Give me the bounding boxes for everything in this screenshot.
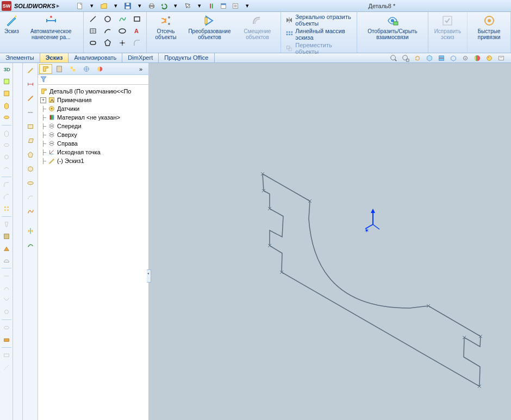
view-settings-icon[interactable]	[496, 54, 507, 62]
sketch-button[interactable]: Эскиз	[2, 13, 21, 41]
zoom-fit-icon[interactable]	[388, 54, 399, 62]
cut-extrude-icon[interactable]	[1, 128, 12, 139]
tree-material[interactable]: Материал <не указан>	[39, 113, 147, 122]
cut-revolve-icon[interactable]	[1, 140, 12, 151]
centerline-icon[interactable]	[24, 106, 36, 118]
plane-icon[interactable]	[1, 350, 12, 361]
convert-button[interactable]: Преобразование объектов	[183, 13, 236, 41]
point-tool[interactable]	[115, 37, 129, 49]
tree-plane-front[interactable]: Спереди	[39, 122, 147, 130]
text-tool[interactable]: A	[130, 25, 144, 37]
tree-tabs-more[interactable]: »	[134, 64, 147, 74]
move-button[interactable]: Переместить объекты	[283, 41, 354, 55]
properties-icon[interactable]	[230, 1, 241, 11]
sketch-pencil-icon[interactable]	[24, 64, 36, 76]
scene-icon[interactable]	[472, 54, 483, 62]
wrap-icon[interactable]	[1, 322, 12, 333]
mirror-entities-icon[interactable]	[24, 225, 36, 237]
rectangle-tool[interactable]	[130, 13, 144, 25]
tree-plane-right[interactable]: Справа	[39, 139, 147, 148]
slot-tool[interactable]	[86, 37, 100, 49]
undo-icon[interactable]	[158, 1, 169, 11]
rib-icon[interactable]	[1, 243, 12, 254]
curve2-icon[interactable]	[1, 283, 12, 293]
axis-icon[interactable]	[1, 362, 12, 373]
tree-tab-dimxpert[interactable]	[80, 64, 93, 74]
show-hide-relations-button[interactable]: Отобразить/Скрыть взаимосвязи	[359, 13, 425, 41]
tree-tab-config[interactable]	[66, 64, 79, 74]
isometric-icon[interactable]: 3D	[1, 64, 12, 75]
display-style-icon[interactable]	[448, 54, 459, 62]
save-icon[interactable]	[122, 1, 133, 11]
tree-sensors[interactable]: Датчики	[39, 104, 147, 113]
line-tool[interactable]	[86, 13, 100, 25]
line-icon[interactable]	[24, 92, 36, 104]
dome-icon[interactable]	[1, 255, 12, 266]
new-dropdown[interactable]: ▾	[86, 1, 97, 11]
tree-annotations[interactable]: + A Примечания	[39, 96, 147, 104]
appearance-icon[interactable]	[484, 54, 495, 62]
tab-dimxpert[interactable]: DimXpert	[122, 53, 159, 62]
tree-tab-feature[interactable]	[39, 64, 52, 74]
pattern-icon[interactable]	[1, 203, 12, 214]
spline-edit-icon[interactable]	[24, 239, 36, 251]
shell-icon[interactable]	[1, 231, 12, 242]
swept-cut-icon[interactable]	[1, 164, 12, 174]
polygon-icon[interactable]	[24, 149, 36, 161]
curve3-icon[interactable]	[1, 294, 12, 305]
trim-button[interactable]: Отсечь объекты	[149, 13, 183, 41]
properties-dropdown[interactable]: ▾	[242, 1, 253, 11]
top-view-icon[interactable]	[1, 88, 12, 99]
zoom-area-icon[interactable]	[400, 54, 411, 62]
open-dropdown[interactable]: ▾	[110, 1, 121, 11]
ellipse-icon[interactable]	[24, 177, 36, 189]
arc-icon[interactable]	[24, 191, 36, 203]
tab-sketch[interactable]: Эскиз	[40, 53, 69, 62]
print-icon[interactable]	[146, 1, 157, 11]
centerrect-tool[interactable]	[86, 25, 100, 37]
tab-office[interactable]: Продукты Office	[159, 53, 214, 62]
curve4-icon[interactable]	[1, 306, 12, 317]
tree-sketch1[interactable]: (-) Эскиз1	[39, 156, 147, 165]
linear-pattern-button[interactable]: Линейный массив эскиза	[283, 27, 354, 41]
app-menu-dropdown[interactable]: ▸	[55, 0, 61, 12]
circle-icon[interactable]	[24, 163, 36, 175]
polygon-tool[interactable]	[101, 37, 115, 49]
chamfer-icon[interactable]	[1, 191, 12, 202]
rect-icon[interactable]	[24, 121, 36, 133]
select-icon[interactable]	[182, 1, 193, 11]
select-dropdown[interactable]: ▾	[194, 1, 205, 11]
fix-sketch-button[interactable]: Исправить эскиз	[431, 13, 465, 41]
curve1-icon[interactable]	[1, 271, 12, 281]
tree-tab-display[interactable]	[94, 64, 107, 74]
open-file-icon[interactable]	[98, 1, 109, 11]
circle-tool[interactable]	[101, 13, 115, 25]
front-view-icon[interactable]	[1, 76, 12, 87]
auto-dimension-button[interactable]: Автоматическое нанесение ра...	[21, 13, 81, 41]
rotate-icon[interactable]	[412, 54, 423, 62]
tree-root[interactable]: Деталь8 (По умолчанию<<По	[39, 87, 147, 96]
section-icon[interactable]	[436, 54, 447, 62]
arc-tool[interactable]	[101, 25, 115, 37]
tree-plane-top[interactable]: Сверху	[39, 130, 147, 139]
spline-tool[interactable]	[115, 13, 129, 25]
view-cube-icon[interactable]	[424, 54, 435, 62]
graphics-viewport[interactable]: ✶	[149, 63, 511, 420]
refgeom-icon[interactable]	[1, 334, 12, 345]
tab-analyze[interactable]: Анализировать	[68, 53, 122, 62]
fillet-tool[interactable]	[130, 37, 144, 49]
quick-snaps-button[interactable]: Быстрые привязки	[470, 13, 508, 41]
parallelogram-icon[interactable]	[24, 135, 36, 147]
tree-origin[interactable]: Исходная точка	[39, 148, 147, 156]
hide-show-icon[interactable]	[460, 54, 471, 62]
hole-icon[interactable]	[1, 152, 12, 162]
rebuild-icon[interactable]	[206, 1, 217, 11]
filter-icon[interactable]	[39, 75, 48, 84]
offset-button[interactable]: Смещение объектов	[236, 13, 279, 41]
options-icon[interactable]	[218, 1, 229, 11]
mirror-button[interactable]: Зеркально отразить объекты	[283, 13, 354, 27]
ellipse-tool[interactable]	[115, 25, 129, 37]
revolve-icon[interactable]	[1, 112, 12, 123]
spline-icon[interactable]	[24, 205, 36, 217]
dimension-icon[interactable]	[24, 78, 36, 90]
